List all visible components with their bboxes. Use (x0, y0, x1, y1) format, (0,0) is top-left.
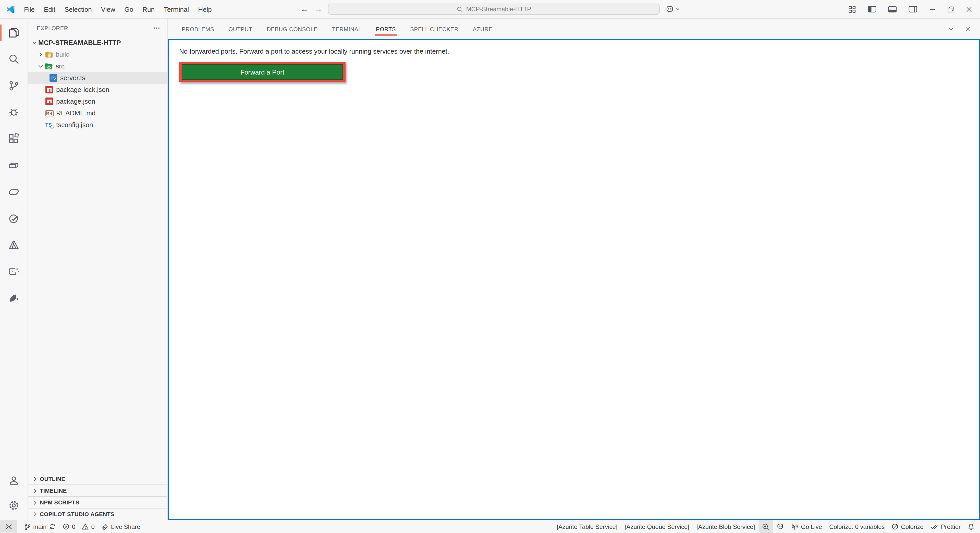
vscode-window: File Edit Selection View Go Run Terminal… (0, 0, 980, 533)
tab-debug-console[interactable]: DEBUG CONSOLE (259, 19, 325, 39)
tab-azure[interactable]: AZURE (466, 19, 500, 39)
close-window-icon[interactable] (966, 6, 972, 13)
menu-selection[interactable]: Selection (60, 0, 97, 18)
tab-output[interactable]: OUTPUT (221, 19, 259, 39)
remote-indicator[interactable] (0, 520, 18, 533)
azurite-table-service-status[interactable]: [Azurite Table Service] (553, 520, 621, 533)
copilot-studio-icon[interactable] (0, 258, 28, 285)
menu-terminal[interactable]: Terminal (159, 0, 193, 18)
zoom-in-magnifier-icon (762, 523, 769, 530)
command-center-search[interactable]: MCP-Streamable-HTTP (328, 3, 660, 15)
tree-item-src-folder[interactable]: src (28, 60, 167, 72)
errors-icon (63, 523, 69, 530)
tab-terminal[interactable]: TERMINAL (325, 19, 369, 39)
title-bar: File Edit Selection View Go Run Terminal… (0, 0, 980, 19)
run-debug-icon[interactable] (0, 99, 28, 126)
sidebar-section-npm-scripts[interactable]: NPM SCRIPTS (28, 496, 167, 508)
live-share-icon (102, 523, 108, 530)
live-share-status[interactable]: Live Share (98, 520, 144, 533)
activity-bar (0, 19, 28, 520)
chevron-right-icon (32, 487, 38, 494)
chevron-down-icon (676, 7, 679, 11)
double-check-icon (931, 523, 939, 530)
svg-text:TS: TS (45, 122, 52, 127)
toggle-primary-sidebar-icon[interactable] (868, 6, 877, 13)
toggle-panel-icon[interactable] (888, 6, 897, 13)
menu-run[interactable]: Run (138, 0, 159, 18)
sync-icon (49, 523, 56, 530)
live-share-sidebar-icon[interactable] (0, 179, 28, 205)
chevron-right-icon (32, 499, 38, 506)
back-arrow-icon[interactable]: ← (301, 5, 309, 13)
menu-view[interactable]: View (97, 0, 120, 18)
menu-file[interactable]: File (19, 0, 39, 18)
extensions-icon[interactable] (0, 126, 28, 152)
menu-edit[interactable]: Edit (39, 0, 60, 18)
git-branch-indicator[interactable]: main (21, 520, 59, 533)
chevron-right-icon (36, 51, 45, 58)
customize-layout-icon[interactable] (848, 5, 856, 13)
tab-ports[interactable]: PORTS (369, 19, 403, 39)
go-live-status[interactable]: Go Live (788, 520, 826, 533)
no-forwarded-ports-message: No forwarded ports. Forward a port to ac… (179, 48, 969, 55)
colorize-variables-status[interactable]: Colorize: 0 variables (826, 520, 888, 533)
tree-item-build-folder[interactable]: build (28, 48, 167, 60)
search-value: MCP-Streamable-HTTP (466, 6, 531, 13)
sidebar-title: EXPLORER (37, 25, 68, 31)
prettier-status[interactable]: Prettier (927, 520, 964, 533)
sidebar-section-copilot-studio-agents[interactable]: COPILOT STUDIO AGENTS (28, 508, 167, 520)
bottom-panel: PROBLEMS OUTPUT DEBUG CONSOLE TERMINAL P… (168, 19, 980, 520)
problems-indicator[interactable]: 0 0 (59, 520, 98, 533)
tree-item-server-ts[interactable]: TS server.ts (28, 72, 167, 84)
notifications-bell[interactable] (964, 520, 978, 533)
tree-item-project-root[interactable]: MCP-STREAMABLE-HTTP (28, 37, 167, 48)
zoom-status-item[interactable] (759, 520, 773, 533)
chevron-right-icon (32, 476, 38, 482)
chevron-down-icon (30, 39, 38, 46)
panel-maximize-chevron-icon[interactable] (947, 25, 955, 33)
npm-file-icon (45, 97, 54, 105)
toggle-secondary-sidebar-icon[interactable] (908, 6, 917, 13)
svg-text:TS: TS (51, 76, 56, 80)
tab-problems[interactable]: PROBLEMS (175, 19, 221, 39)
tree-item-package-json[interactable]: package.json (28, 95, 167, 107)
explorer-sidebar: EXPLORER MCP-STREAMABLE-HTTP (28, 19, 168, 520)
colorize-status[interactable]: Colorize (888, 520, 927, 533)
azurite-blob-service-status[interactable]: [Azurite Blob Service] (693, 520, 759, 533)
sidebar-section-timeline[interactable]: TIMELINE (28, 485, 167, 496)
explorer-icon[interactable] (0, 19, 28, 46)
azure-icon[interactable] (0, 232, 28, 258)
minimize-window-icon[interactable] (929, 6, 935, 13)
folder-build-icon (45, 50, 53, 59)
tree-item-readme[interactable]: README.md (28, 107, 167, 119)
panel-close-icon[interactable] (964, 25, 971, 33)
search-sidebar-icon[interactable] (0, 46, 28, 73)
menu-go[interactable]: Go (120, 0, 138, 18)
click-annotation-box: Forward a Port (179, 62, 345, 82)
test-explorer-icon[interactable] (0, 205, 28, 232)
tree-item-tsconfig[interactable]: TS tsconfig.json (28, 119, 167, 131)
warnings-icon (81, 523, 89, 530)
containers-icon[interactable] (0, 152, 28, 179)
status-bar: main 0 0 (0, 520, 980, 533)
broadcast-icon (791, 523, 798, 530)
views-actions-icon[interactable] (153, 24, 160, 32)
typescript-file-icon: TS (49, 74, 58, 82)
accounts-icon[interactable] (0, 469, 28, 493)
forward-arrow-icon[interactable]: → (314, 5, 322, 13)
source-control-icon[interactable] (0, 73, 28, 99)
tab-spell-checker[interactable]: SPELL CHECKER (403, 19, 466, 39)
azurite-queue-service-status[interactable]: [Azurite Queue Service] (621, 520, 693, 533)
settings-gear-icon[interactable] (0, 493, 28, 518)
menu-help[interactable]: Help (193, 0, 216, 18)
restore-window-icon[interactable] (947, 6, 954, 13)
fin-extension-icon[interactable] (0, 285, 28, 312)
npm-file-icon (45, 86, 54, 94)
tree-item-package-lock[interactable]: package-lock.json (28, 84, 167, 95)
copilot-status-item[interactable] (773, 520, 788, 533)
panel-tab-bar: PROBLEMS OUTPUT DEBUG CONSOLE TERMINAL P… (168, 19, 980, 39)
sidebar-section-outline[interactable]: OUTLINE (28, 473, 167, 485)
copilot-menu-button[interactable] (665, 5, 679, 13)
forward-a-port-button[interactable]: Forward a Port (182, 64, 343, 80)
vscode-logo-icon (6, 4, 15, 14)
